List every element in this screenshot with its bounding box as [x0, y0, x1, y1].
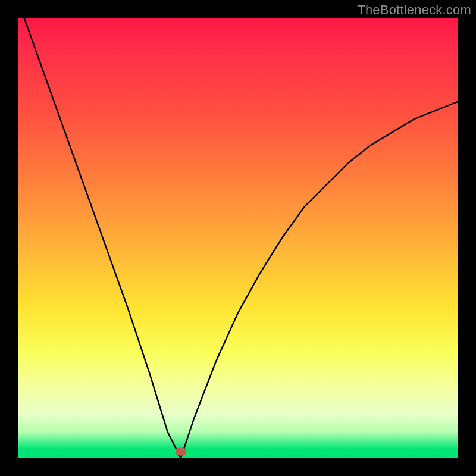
- optimal-point-marker: [176, 447, 186, 455]
- chart-plot-area: [18, 18, 458, 458]
- bottleneck-curve: [18, 18, 458, 458]
- curve-path: [18, 18, 458, 458]
- watermark-text: TheBottleneck.com: [357, 2, 471, 18]
